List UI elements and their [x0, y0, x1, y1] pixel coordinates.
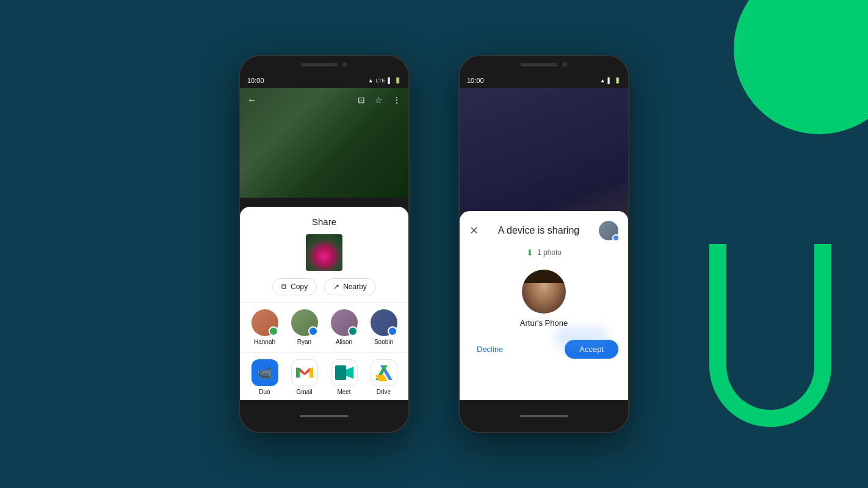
contact-avatar-hannah [251, 309, 278, 336]
app-name-meet: Meet [337, 389, 350, 395]
share-preview-image [306, 234, 342, 271]
contact-name-hannah: Hannah [254, 339, 275, 345]
contact-hannah[interactable]: Hannah [248, 309, 282, 345]
nearby-share-dialog: ✕ A device is sharing ⬇ 1 photo Artur's [460, 211, 628, 400]
contact-badge-alison [348, 326, 358, 336]
decorative-circle [734, 0, 868, 134]
phone-2-screen: ✕ A device is sharing ⬇ 1 photo Artur's [460, 88, 628, 400]
phone-1-home-indicator [300, 415, 349, 417]
phone-1-speaker [301, 63, 338, 66]
copy-button[interactable]: ⧉ Copy [272, 278, 317, 295]
phone-2-camera [562, 62, 567, 67]
flower-image [306, 234, 342, 271]
sender-mini-avatar [599, 221, 618, 240]
drive-app-icon [371, 359, 397, 386]
share-title: Share [240, 217, 408, 227]
contact-name-ryan: Ryan [297, 339, 311, 345]
download-icon: ⬇ [526, 248, 533, 257]
decorative-arc [709, 244, 831, 427]
gallery-background: ← ⊡ ☆ ⋮ [240, 88, 408, 198]
duo-app-icon: 📹 [251, 359, 278, 386]
contact-name-soobin: Soobin [374, 339, 393, 345]
more-icon[interactable]: ⋮ [392, 95, 401, 105]
svg-marker-7 [375, 375, 388, 381]
signal-icon: ▌ [388, 77, 392, 84]
gmail-app-icon [291, 359, 318, 386]
phone-2-time: 10:00 [467, 77, 484, 84]
gmail-svg [296, 367, 313, 379]
meet-app-icon [331, 359, 358, 386]
app-name-gmail: Gmail [296, 389, 312, 395]
contact-badge-hannah [269, 326, 278, 336]
contact-name-alison: Alison [336, 339, 352, 345]
phone-2-bottom-bar [460, 400, 628, 432]
phone-1-bottom-bar [240, 400, 408, 432]
nearby-icon: ↗ [333, 282, 339, 291]
sender-avatar [522, 270, 566, 314]
phone-2-speaker [521, 63, 557, 66]
signal-icon-2: ▌ [608, 77, 612, 84]
lte-label: LTE [376, 77, 386, 84]
star-icon[interactable]: ☆ [375, 95, 383, 105]
phone-1-status-bar: 10:00 ▲ LTE ▌ 🔋 [240, 73, 408, 88]
svg-marker-2 [346, 367, 353, 379]
copy-icon: ⧉ [281, 282, 287, 291]
phone-1-screen: ← ⊡ ☆ ⋮ Share ⧉ Copy [240, 88, 408, 400]
battery-icon: 🔋 [394, 77, 401, 84]
phone-1: 10:00 ▲ LTE ▌ 🔋 ← ⊡ ☆ ⋮ Share [239, 55, 410, 433]
gallery-toolbar: ← ⊡ ☆ ⋮ [240, 88, 408, 112]
phone-2-home-indicator [519, 415, 568, 417]
app-drive[interactable]: Drive [367, 359, 401, 395]
contact-badge-ryan [308, 326, 318, 336]
battery-icon-2: 🔋 [614, 77, 621, 84]
wifi-icon-2: ▲ [600, 77, 606, 84]
share-contacts: Hannah Ryan Alison [240, 309, 408, 345]
share-preview [240, 234, 408, 271]
contact-ryan[interactable]: Ryan [288, 309, 322, 345]
back-icon[interactable]: ← [247, 95, 257, 106]
svg-rect-3 [336, 367, 345, 379]
phone-2-status-bar: 10:00 ▲ ▌ 🔋 [460, 73, 628, 88]
wifi-icon: ▲ [368, 77, 374, 84]
sender-hair [522, 270, 566, 283]
phone-2: 10:00 ▲ ▌ 🔋 ✕ A device is sharing ⬇ [458, 55, 629, 433]
meet-svg [335, 365, 353, 380]
phone-1-camera [342, 62, 347, 67]
app-name-duo: Duo [259, 389, 270, 395]
contact-avatar-soobin [371, 309, 397, 336]
share-apps: 📹 Duo [240, 359, 408, 395]
phone-1-top-bar [240, 56, 408, 73]
duo-icon-glyph: 📹 [257, 365, 272, 380]
sender-name: Artur's Phone [520, 318, 568, 328]
app-gmail[interactable]: Gmail [288, 359, 322, 395]
sender-section: Artur's Phone [469, 270, 618, 328]
photo-count: 1 photo [537, 248, 562, 257]
close-icon[interactable]: ✕ [469, 224, 479, 237]
cast-icon[interactable]: ⊡ [358, 95, 365, 105]
phone-2-top-bar [460, 56, 628, 73]
app-duo[interactable]: 📹 Duo [248, 359, 282, 395]
nearby-label: Nearby [343, 282, 367, 291]
share-actions: ⧉ Copy ↗ Nearby [240, 278, 408, 295]
drive-svg [374, 364, 394, 381]
nearby-button[interactable]: ↗ Nearby [324, 278, 376, 295]
phones-wrapper: 10:00 ▲ LTE ▌ 🔋 ← ⊡ ☆ ⋮ Share [239, 55, 629, 433]
sender-avatar-badge [612, 234, 620, 242]
contact-avatar-ryan [291, 309, 318, 336]
share-sheet: Share ⧉ Copy ↗ Nearby [240, 207, 408, 400]
dialog-title: A device is sharing [479, 225, 599, 236]
dialog-header: ✕ A device is sharing [469, 221, 618, 240]
decline-button[interactable]: Decline [469, 340, 510, 359]
dialog-subtitle: ⬇ 1 photo [469, 248, 618, 257]
share-divider-2 [240, 353, 408, 353]
app-name-drive: Drive [377, 389, 391, 395]
accept-ripple [554, 327, 609, 349]
phone-1-time: 10:00 [247, 77, 264, 84]
copy-label: Copy [291, 282, 308, 291]
phone-1-status-icons: ▲ LTE ▌ 🔋 [368, 77, 401, 84]
phone-2-status-icons: ▲ ▌ 🔋 [600, 77, 621, 84]
contact-alison[interactable]: Alison [327, 309, 361, 345]
app-meet[interactable]: Meet [327, 359, 361, 395]
dialog-actions: Decline Accept [469, 340, 618, 359]
contact-soobin[interactable]: Soobin [367, 309, 401, 345]
